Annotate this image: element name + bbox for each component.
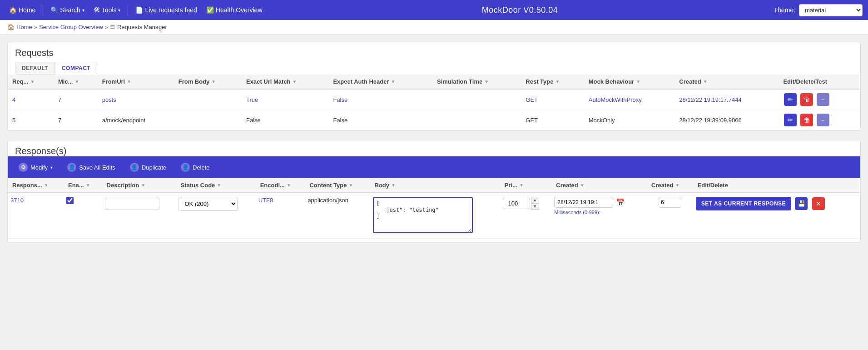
requests-tabs: DEFAULT COMPACT	[8, 58, 860, 75]
filter-simtime-icon[interactable]: ▼	[484, 79, 489, 84]
save-all-icon: 👤	[67, 163, 76, 172]
set-current-response-btn[interactable]: SET AS CURRENT RESPONSE	[696, 197, 791, 210]
auth-false-1[interactable]: False	[333, 96, 347, 103]
responses-toolbar: ⚙ Modify ▾ 👤 Save All Edits 👤 Duplicate …	[8, 156, 860, 178]
nav-home[interactable]: 🏠 Home	[5, 5, 39, 15]
filter-fromurl-icon[interactable]: ▼	[127, 79, 131, 84]
encoding-value: UTF8	[258, 197, 273, 204]
created-date-wrapper: 📅 Milliseconds (0-999):	[554, 197, 644, 215]
frombody-2	[174, 110, 242, 130]
filter-cr2-icon[interactable]: ▼	[675, 183, 680, 188]
filter-mock-icon[interactable]: ▼	[636, 79, 640, 84]
delete-response-btn[interactable]: ✕	[812, 197, 825, 210]
exact-url-true[interactable]: True	[246, 96, 258, 103]
req-id-4[interactable]: 4	[12, 96, 15, 103]
top-nav: 🏠 Home 🔍 Search ▾ 🛠 Tools ▾ 📄 Live reque…	[0, 0, 868, 20]
delete-btn[interactable]: 👤 Delete	[175, 160, 215, 175]
delete-btn-2[interactable]: 🗑	[800, 114, 813, 126]
status-code-select[interactable]: OK (200)	[179, 197, 238, 211]
tab-compact[interactable]: COMPACT	[55, 62, 97, 75]
nav-tools[interactable]: 🛠 Tools ▾	[90, 5, 124, 15]
save-response-btn[interactable]: 💾	[795, 197, 808, 210]
delete-icon: 👤	[181, 163, 190, 172]
nav-search[interactable]: 🔍 Search ▾	[47, 5, 88, 15]
filter-ena-icon[interactable]: ▼	[86, 183, 90, 188]
description-input[interactable]	[105, 197, 159, 210]
priority-up-btn[interactable]: ▲	[531, 197, 539, 203]
col-resttype: Rest Type▼	[521, 75, 584, 89]
filter-exacturl-icon[interactable]: ▼	[293, 79, 297, 84]
tab-default[interactable]: DEFAULT	[15, 62, 55, 75]
milliseconds-input[interactable]	[659, 197, 681, 208]
requests-table-wrapper: Req...▼ Mic...▼ FromUrl▼ From Body▼ Exac…	[8, 75, 860, 130]
filter-created-icon[interactable]: ▼	[703, 79, 708, 84]
col-mic: Mic...▼	[54, 75, 98, 89]
created-1[interactable]: 28/12/22 19:19:17.7444	[679, 96, 741, 103]
col-req: Req...▼	[8, 75, 54, 89]
filter-ct-icon[interactable]: ▼	[348, 183, 353, 188]
created-2: 28/12/22 19:39:09.9066	[675, 110, 779, 130]
nav-live-requests[interactable]: 📄 Live requests feed	[132, 5, 200, 15]
edit-btn-1[interactable]: ✏	[784, 93, 797, 106]
test-btn-1[interactable]: −	[817, 93, 829, 106]
nav-health-overview[interactable]: ✅ Health Overview	[203, 5, 266, 15]
breadcrumb-requests-manager: Requests Manager	[117, 24, 167, 30]
enabled-checkbox[interactable]	[66, 197, 74, 204]
duplicate-icon: 👤	[130, 163, 139, 172]
filter-req-icon[interactable]: ▼	[30, 79, 35, 84]
mockbehaviour-1[interactable]: AutoMockWithProxy	[589, 96, 642, 103]
filter-resp-icon[interactable]: ▼	[44, 183, 49, 188]
requests-table-header: Req...▼ Mic...▼ FromUrl▼ From Body▼ Exac…	[8, 75, 860, 89]
resttype-2: GET	[521, 110, 584, 130]
save-all-edits-btn[interactable]: 👤 Save All Edits	[62, 160, 121, 175]
ms-col	[650, 197, 690, 208]
duplicate-btn[interactable]: 👤 Duplicate	[124, 160, 172, 175]
filter-pri-icon[interactable]: ▼	[519, 183, 524, 188]
priority-down-btn[interactable]: ▼	[531, 203, 539, 210]
resttype-get-1[interactable]: GET	[526, 96, 538, 103]
requests-title: Requests	[8, 42, 860, 58]
col-mockbehaviour: Mock Behaviour▼	[584, 75, 675, 89]
fromurl-posts[interactable]: posts	[102, 96, 116, 103]
filter-enc-icon[interactable]: ▼	[287, 183, 291, 188]
requests-section: Requests DEFAULT COMPACT Req...▼ Mic...▼…	[7, 42, 861, 131]
col-fromurl: FromUrl▼	[98, 75, 174, 89]
created-date-input[interactable]	[554, 197, 613, 208]
responses-section: Response(s) ⚙ Modify ▾ 👤 Save All Edits …	[7, 140, 861, 243]
actions-2: ✏ 🗑 −	[779, 110, 860, 130]
calendar-icon-btn[interactable]: 📅	[615, 198, 626, 207]
auth-false-2: False	[328, 110, 432, 130]
search-icon: 🔍	[50, 6, 58, 14]
filter-cr1-icon[interactable]: ▼	[580, 183, 585, 188]
filter-body-icon[interactable]: ▼	[391, 183, 396, 188]
breadcrumb: 🏠 Home » Service Group Overview » ☰ Requ…	[0, 20, 868, 35]
priority-input[interactable]	[503, 198, 530, 209]
mic-7-link[interactable]: 7	[58, 96, 61, 103]
col-actions: Edit/Delete/Test	[779, 75, 860, 89]
filter-mic-icon[interactable]: ▼	[74, 79, 79, 84]
responses-table-header: Respons...▼ Ena...▼ Description▼ Status …	[8, 178, 860, 193]
col-priority: Pri...▼	[500, 178, 552, 193]
theme-select[interactable]: material	[799, 4, 863, 16]
breadcrumb-service-group[interactable]: Service Group Overview	[39, 24, 103, 30]
breadcrumb-icon: ☰	[110, 24, 115, 30]
test-btn-2[interactable]: −	[817, 114, 829, 126]
filter-auth-icon[interactable]: ▼	[391, 79, 396, 84]
frombody-1	[174, 89, 242, 110]
col-exacturl: Exact Url Match▼	[242, 75, 328, 89]
edit-btn-2[interactable]: ✏	[784, 114, 797, 126]
body-textarea[interactable]: [ "just": "testing" ]	[373, 197, 473, 233]
col-encoding: Encodi...▼	[256, 178, 305, 193]
modify-btn[interactable]: ⚙ Modify ▾	[13, 160, 58, 175]
table-row: 5 7 a/mock/endpoint False False GET Mock…	[8, 110, 860, 130]
delete-btn-1[interactable]: 🗑	[800, 93, 813, 106]
breadcrumb-home[interactable]: Home	[16, 24, 32, 30]
filter-status-icon[interactable]: ▼	[217, 183, 221, 188]
responses-table-body: 3710 OK (200) UTF8	[8, 193, 860, 239]
filter-desc-icon[interactable]: ▼	[141, 183, 145, 188]
fromurl-2: a/mock/endpoint	[98, 110, 174, 130]
health-icon: ✅	[206, 6, 214, 14]
response-id-link[interactable]: 3710	[10, 197, 24, 204]
filter-resttype-icon[interactable]: ▼	[555, 79, 560, 84]
filter-frombody-icon[interactable]: ▼	[211, 79, 216, 84]
